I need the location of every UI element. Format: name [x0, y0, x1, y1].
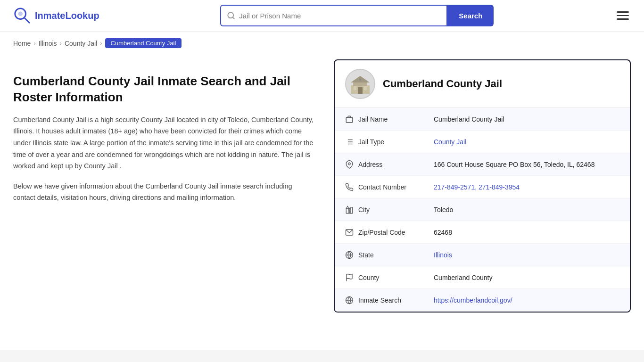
row-label: City — [358, 206, 434, 214]
hamburger-line — [617, 11, 629, 13]
building-icon — [345, 115, 358, 123]
search-button[interactable]: Search — [447, 5, 494, 26]
row-label: Jail Type — [358, 138, 434, 146]
row-label: County — [358, 274, 434, 281]
left-column: Cumberland County Jail Inmate Search and… — [13, 55, 315, 313]
search-wrapper — [220, 5, 447, 26]
breadcrumb: Home › Illinois › County Jail › Cumberla… — [0, 32, 644, 55]
hamburger-menu[interactable] — [615, 9, 631, 22]
table-row: StateIllinois — [335, 244, 630, 266]
main-content: Cumberland County Jail Inmate Search and… — [0, 55, 644, 331]
svg-rect-22 — [350, 207, 353, 213]
breadcrumb-state[interactable]: Illinois — [39, 40, 57, 47]
chevron-icon: › — [60, 40, 62, 47]
site-header: InmateLookup Search — [0, 0, 644, 32]
breadcrumb-home[interactable]: Home — [13, 40, 31, 47]
search-area: Search — [220, 5, 494, 26]
logo-link[interactable]: InmateLookup — [13, 7, 99, 25]
phone-icon — [345, 183, 358, 191]
row-label: Address — [358, 161, 434, 168]
table-row: Jail NameCumberland County Jail — [335, 108, 630, 131]
svg-rect-9 — [354, 86, 356, 90]
right-column: Cumberland County Jail Jail NameCumberla… — [334, 55, 631, 313]
info-table: Jail NameCumberland County JailJail Type… — [335, 108, 630, 312]
breadcrumb-type[interactable]: County Jail — [65, 40, 97, 47]
breadcrumb-current: Cumberland County Jail — [105, 38, 182, 48]
search-icon — [227, 11, 235, 20]
row-value[interactable]: 217-849-2571, 271-849-3954 — [434, 183, 619, 191]
chevron-icon: › — [33, 40, 35, 47]
table-row: CityToledo — [335, 198, 630, 221]
row-link[interactable]: https://cumberlandcoil.gov/ — [434, 296, 512, 304]
footer-bar — [0, 350, 644, 362]
logo-icon — [13, 7, 31, 25]
row-link[interactable]: Illinois — [434, 251, 452, 259]
row-value[interactable]: County Jail — [434, 138, 619, 146]
description-para1: Cumberland County Jail is a high securit… — [13, 114, 315, 172]
row-value: 62468 — [434, 229, 619, 236]
row-label: Jail Name — [358, 115, 434, 123]
table-row: CountyCumberland County — [335, 266, 630, 289]
hamburger-line — [617, 18, 629, 20]
svg-point-20 — [348, 163, 351, 165]
description-para2: Below we have given information about th… — [13, 181, 315, 204]
row-label: Zip/Postal Code — [358, 229, 434, 236]
svg-line-1 — [25, 18, 29, 23]
page-title: Cumberland County Jail Inmate Search and… — [13, 74, 315, 106]
hamburger-line — [617, 15, 629, 16]
svg-point-2 — [18, 11, 23, 16]
svg-rect-12 — [346, 117, 353, 123]
courthouse-icon — [348, 72, 372, 96]
row-label: Contact Number — [358, 183, 434, 191]
city-icon — [345, 206, 358, 214]
table-row: Zip/Postal Code62468 — [335, 221, 630, 244]
row-label: State — [358, 251, 434, 259]
svg-line-4 — [233, 17, 234, 18]
pin-icon — [345, 160, 358, 169]
row-link[interactable]: 217-849-2571, 271-849-3954 — [434, 183, 520, 191]
list-icon — [345, 138, 358, 146]
flag-icon — [345, 273, 358, 282]
mail-icon — [345, 228, 358, 237]
row-value: Cumberland County — [434, 274, 619, 281]
logo-text: InmateLookup — [35, 10, 99, 21]
row-value: 166 Court House Square PO Box 56, Toledo… — [434, 161, 619, 168]
row-value[interactable]: Illinois — [434, 251, 619, 259]
row-label: Inmate Search — [358, 296, 434, 304]
search-input[interactable] — [239, 12, 441, 20]
globe-icon — [345, 251, 358, 259]
row-value: Toledo — [434, 206, 619, 214]
search-globe-icon — [345, 296, 358, 304]
svg-rect-10 — [364, 86, 367, 90]
svg-rect-8 — [358, 87, 363, 94]
row-link[interactable]: County Jail — [434, 138, 466, 146]
table-row: Address166 Court House Square PO Box 56,… — [335, 153, 630, 176]
info-card: Cumberland County Jail Jail NameCumberla… — [334, 59, 631, 313]
svg-rect-6 — [353, 82, 367, 86]
table-row: Contact Number217-849-2571, 271-849-3954 — [335, 176, 630, 198]
table-row: Jail TypeCounty Jail — [335, 131, 630, 153]
card-title: Cumberland County Jail — [383, 78, 502, 90]
card-header: Cumberland County Jail — [335, 60, 630, 108]
jail-avatar — [345, 69, 375, 99]
row-value[interactable]: https://cumberlandcoil.gov/ — [434, 296, 619, 304]
table-row: Inmate Searchhttps://cumberlandcoil.gov/ — [335, 289, 630, 312]
svg-point-11 — [359, 79, 361, 81]
row-value: Cumberland County Jail — [434, 115, 619, 123]
chevron-icon: › — [100, 40, 102, 47]
